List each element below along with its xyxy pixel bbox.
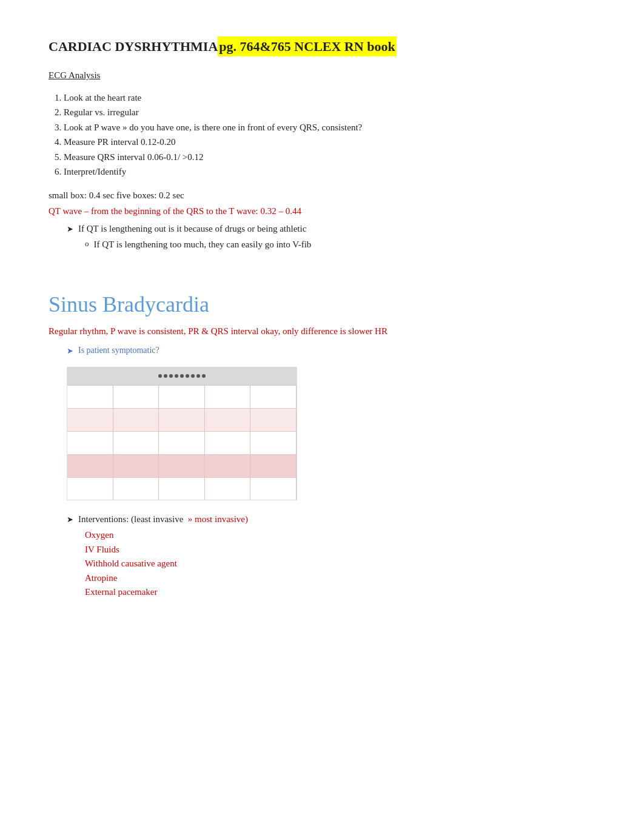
ecg-segment	[67, 455, 113, 477]
title-text-start: CARDIAC DYSRHYTHMIA	[49, 36, 218, 56]
ecg-segment	[205, 432, 251, 454]
list-item: 6. Interpret/Identify	[55, 165, 595, 179]
intervention-item: External pacemaker	[85, 585, 595, 599]
ecg-dot	[158, 374, 162, 378]
intervention-item: Oxygen	[85, 528, 595, 542]
ecg-segment	[113, 432, 159, 454]
ecg-segment	[205, 455, 251, 477]
ecg-rows	[67, 386, 297, 500]
ecg-header-dots	[158, 374, 206, 378]
ecg-segment	[205, 478, 251, 500]
ecg-dot	[191, 374, 195, 378]
ecg-segment	[159, 478, 205, 500]
ecg-numbered-list: 1. Look at the heart rate 2. Regular vs.…	[49, 91, 595, 179]
ecg-segment	[67, 478, 113, 500]
sub-bullet-char: o	[85, 238, 89, 250]
page-title: CARDIAC DYSRHYTHMIApg. 764&765 NCLEX RN …	[49, 36, 595, 56]
ecg-segment	[250, 478, 297, 500]
ecg-row	[67, 432, 297, 455]
ecg-row	[67, 409, 297, 432]
list-item: 1. Look at the heart rate	[55, 91, 595, 105]
qt-wave-text: QT wave – from the beginning of the QRS …	[49, 204, 595, 218]
ecg-segment	[250, 409, 297, 431]
ecg-dot	[202, 374, 206, 378]
sinus-bradycardia-subtitle: Regular rhythm, P wave is consistent, PR…	[49, 324, 595, 338]
list-item: 5. Measure QRS interval 0.06-0.1/ >0.12	[55, 150, 595, 164]
ecg-segment	[113, 409, 159, 431]
interventions-arrow-text: » most invasive)	[188, 514, 248, 524]
title-highlight: pg. 764&765 NCLEX RN book	[218, 36, 396, 56]
bullet-char-icon: ➤	[67, 223, 73, 235]
qt-bullet-block: ➤ If QT is lengthening out is it because…	[49, 222, 595, 236]
ecg-dot	[180, 374, 184, 378]
ecg-row	[67, 478, 297, 500]
interventions-bullet-char: ➤	[67, 514, 73, 526]
ecg-dot	[164, 374, 167, 378]
ecg-segment	[67, 386, 113, 408]
qt-sub-bullet-item: o If QT is lengthening too much, they ca…	[85, 238, 595, 252]
intervention-item: Atropine	[85, 571, 595, 585]
sinus-symptomatic-bullet: ➤ Is patient symptomatic?	[49, 344, 595, 357]
ecg-dot	[169, 374, 173, 378]
interventions-section: ➤ Interventions: (least invasive » most …	[49, 512, 595, 599]
ecg-segment	[250, 455, 297, 477]
ecg-row	[67, 455, 297, 478]
ecg-analysis-section: ECG Analysis 1. Look at the heart rate 2…	[49, 69, 595, 252]
ecg-segment	[205, 386, 251, 408]
list-item: 3. Look at P wave » do you have one, is …	[55, 121, 595, 135]
ecg-segment	[113, 386, 159, 408]
small-boxes-text: small box: 0.4 sec five boxes: 0.2 sec	[49, 189, 595, 203]
ecg-segment	[250, 386, 297, 408]
ecg-segment	[250, 432, 297, 454]
ecg-segment	[205, 409, 251, 431]
ecg-dot	[186, 374, 189, 378]
intervention-item: IV Fluids	[85, 543, 595, 557]
ecg-segment	[113, 455, 159, 477]
ecg-segment	[159, 409, 205, 431]
sinus-symptomatic-text: Is patient symptomatic?	[78, 344, 159, 357]
ecg-segment	[113, 478, 159, 500]
qt-bullet-item: ➤ If QT is lengthening out is it because…	[67, 222, 595, 236]
ecg-header-bar	[67, 367, 297, 386]
intervention-item: Withhold causative agent	[85, 557, 595, 571]
list-item: 2. Regular vs. irregular	[55, 106, 595, 119]
interventions-header-text: Interventions: (least invasive » most in…	[78, 512, 248, 526]
ecg-analysis-label: ECG Analysis	[49, 69, 595, 82]
interventions-header-label: Interventions: (least invasive	[78, 514, 183, 524]
ecg-dot	[175, 374, 178, 378]
ecg-segment	[159, 432, 205, 454]
ecg-segment	[159, 455, 205, 477]
ecg-segment	[67, 409, 113, 431]
qt-sub-bullet-text: If QT is lengthening too much, they can …	[94, 238, 312, 252]
ecg-image: —— —— —— —— ——	[67, 367, 297, 500]
ecg-segment	[159, 386, 205, 408]
list-item: 4. Measure PR interval 0.12-0.20	[55, 135, 595, 149]
sinus-bradycardia-title: Sinus Bradycardia	[49, 288, 595, 321]
interventions-list: Oxygen IV Fluids Withhold causative agen…	[67, 528, 595, 599]
qt-bullet-text: If QT is lengthening out is it because o…	[78, 222, 306, 236]
sinus-bullet-char: ➤	[67, 345, 73, 357]
interventions-header: ➤ Interventions: (least invasive » most …	[67, 512, 595, 526]
qt-sub-bullet-block: o If QT is lengthening too much, they ca…	[49, 238, 595, 252]
sinus-bradycardia-section: Sinus Bradycardia Regular rhythm, P wave…	[49, 288, 595, 599]
ecg-row	[67, 386, 297, 409]
ecg-dot	[196, 374, 200, 378]
ecg-segment	[67, 432, 113, 454]
